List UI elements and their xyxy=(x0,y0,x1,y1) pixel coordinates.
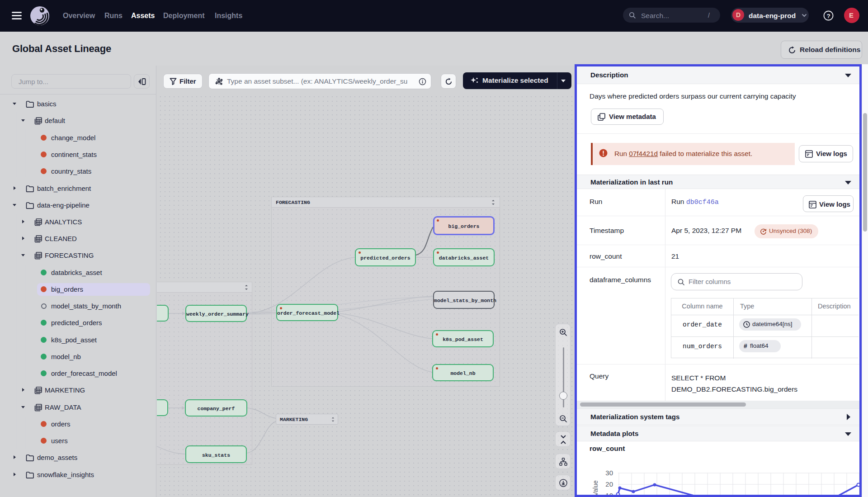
svg-text:30: 30 xyxy=(605,469,613,477)
svg-text:?: ? xyxy=(826,13,830,19)
svg-text:20: 20 xyxy=(605,480,613,488)
svg-text:Value: Value xyxy=(592,480,599,496)
svg-text:10: 10 xyxy=(605,492,613,497)
